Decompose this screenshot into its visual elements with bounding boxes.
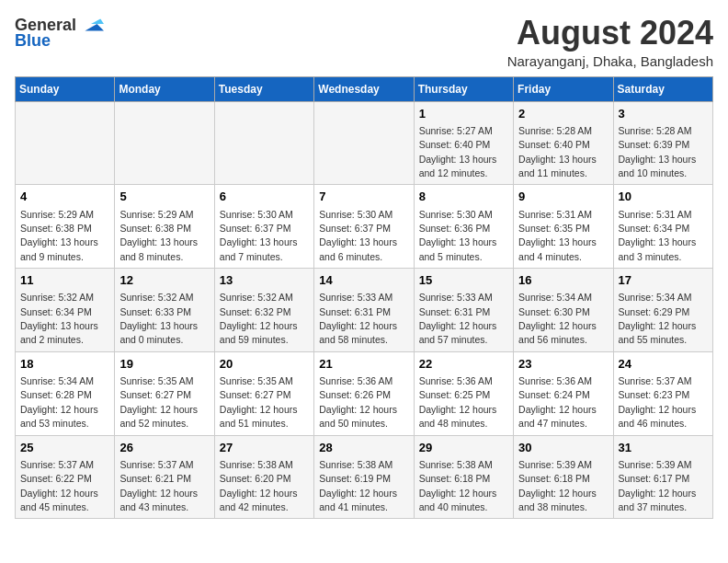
day-info: Sunrise: 5:37 AM Sunset: 6:22 PM Dayligh… bbox=[20, 459, 98, 512]
calendar-cell: 25Sunrise: 5:37 AM Sunset: 6:22 PM Dayli… bbox=[16, 435, 115, 519]
calendar-cell: 5Sunrise: 5:29 AM Sunset: 6:38 PM Daylig… bbox=[115, 185, 214, 269]
svg-marker-0 bbox=[85, 24, 105, 30]
day-info: Sunrise: 5:32 AM Sunset: 6:32 PM Dayligh… bbox=[220, 292, 298, 345]
day-number: 30 bbox=[518, 440, 608, 456]
weekday-header-row: SundayMondayTuesdayWednesdayThursdayFrid… bbox=[16, 76, 713, 101]
calendar-week-row: 25Sunrise: 5:37 AM Sunset: 6:22 PM Dayli… bbox=[16, 435, 713, 519]
day-number: 2 bbox=[518, 106, 608, 122]
calendar-cell: 8Sunrise: 5:30 AM Sunset: 6:36 PM Daylig… bbox=[414, 185, 513, 269]
calendar-cell: 23Sunrise: 5:36 AM Sunset: 6:24 PM Dayli… bbox=[514, 351, 613, 435]
day-number: 6 bbox=[220, 189, 309, 205]
day-number: 14 bbox=[319, 272, 408, 289]
day-info: Sunrise: 5:33 AM Sunset: 6:31 PM Dayligh… bbox=[419, 292, 497, 345]
day-info: Sunrise: 5:30 AM Sunset: 6:36 PM Dayligh… bbox=[419, 209, 497, 262]
calendar-cell bbox=[16, 101, 115, 185]
calendar-cell: 27Sunrise: 5:38 AM Sunset: 6:20 PM Dayli… bbox=[214, 435, 313, 519]
weekday-header-sunday: Sunday bbox=[16, 76, 115, 101]
weekday-header-saturday: Saturday bbox=[613, 76, 712, 101]
day-number: 20 bbox=[220, 356, 309, 373]
calendar-cell: 17Sunrise: 5:34 AM Sunset: 6:29 PM Dayli… bbox=[613, 269, 712, 352]
day-number: 19 bbox=[119, 356, 209, 373]
day-info: Sunrise: 5:36 AM Sunset: 6:25 PM Dayligh… bbox=[419, 375, 497, 429]
day-number: 5 bbox=[119, 189, 209, 205]
calendar-cell: 7Sunrise: 5:30 AM Sunset: 6:37 PM Daylig… bbox=[314, 185, 414, 269]
svg-marker-1 bbox=[91, 18, 104, 24]
day-info: Sunrise: 5:29 AM Sunset: 6:38 PM Dayligh… bbox=[119, 209, 198, 262]
calendar-cell: 15Sunrise: 5:33 AM Sunset: 6:31 PM Dayli… bbox=[414, 269, 513, 352]
weekday-header-friday: Friday bbox=[514, 76, 613, 101]
day-info: Sunrise: 5:39 AM Sunset: 6:17 PM Dayligh… bbox=[619, 459, 697, 512]
weekday-header-tuesday: Tuesday bbox=[214, 76, 313, 101]
day-number: 21 bbox=[319, 356, 408, 373]
day-info: Sunrise: 5:31 AM Sunset: 6:34 PM Dayligh… bbox=[619, 209, 697, 262]
day-number: 22 bbox=[419, 356, 508, 373]
weekday-header-wednesday: Wednesday bbox=[314, 76, 414, 101]
calendar-cell: 31Sunrise: 5:39 AM Sunset: 6:17 PM Dayli… bbox=[613, 435, 712, 519]
day-info: Sunrise: 5:34 AM Sunset: 6:30 PM Dayligh… bbox=[518, 292, 597, 345]
day-info: Sunrise: 5:35 AM Sunset: 6:27 PM Dayligh… bbox=[119, 375, 198, 429]
day-number: 25 bbox=[20, 440, 109, 456]
calendar-cell: 6Sunrise: 5:30 AM Sunset: 6:37 PM Daylig… bbox=[214, 185, 313, 269]
calendar-cell: 28Sunrise: 5:38 AM Sunset: 6:19 PM Dayli… bbox=[314, 435, 414, 519]
calendar-week-row: 4Sunrise: 5:29 AM Sunset: 6:38 PM Daylig… bbox=[16, 185, 713, 269]
day-info: Sunrise: 5:30 AM Sunset: 6:37 PM Dayligh… bbox=[220, 209, 298, 262]
calendar-cell: 20Sunrise: 5:35 AM Sunset: 6:27 PM Dayli… bbox=[214, 351, 313, 435]
calendar-cell: 13Sunrise: 5:32 AM Sunset: 6:32 PM Dayli… bbox=[214, 269, 313, 352]
day-number: 28 bbox=[319, 440, 408, 456]
day-number: 24 bbox=[619, 356, 708, 373]
day-info: Sunrise: 5:37 AM Sunset: 6:21 PM Dayligh… bbox=[119, 459, 198, 512]
calendar-cell: 11Sunrise: 5:32 AM Sunset: 6:34 PM Dayli… bbox=[16, 269, 115, 352]
header: General Blue August 2024 Narayanganj, Dh… bbox=[15, 15, 713, 69]
main-title: August 2024 bbox=[507, 15, 713, 52]
day-info: Sunrise: 5:38 AM Sunset: 6:18 PM Dayligh… bbox=[419, 459, 497, 512]
day-number: 4 bbox=[20, 189, 109, 205]
day-number: 15 bbox=[419, 272, 508, 289]
day-info: Sunrise: 5:36 AM Sunset: 6:26 PM Dayligh… bbox=[319, 375, 397, 429]
weekday-header-thursday: Thursday bbox=[414, 76, 513, 101]
day-info: Sunrise: 5:38 AM Sunset: 6:19 PM Dayligh… bbox=[319, 459, 397, 512]
logo: General Blue bbox=[15, 15, 104, 51]
day-number: 11 bbox=[20, 272, 109, 289]
day-number: 13 bbox=[220, 272, 309, 289]
calendar-cell: 9Sunrise: 5:31 AM Sunset: 6:35 PM Daylig… bbox=[514, 185, 613, 269]
day-number: 17 bbox=[619, 272, 708, 289]
day-info: Sunrise: 5:37 AM Sunset: 6:23 PM Dayligh… bbox=[619, 375, 697, 429]
calendar-cell: 21Sunrise: 5:36 AM Sunset: 6:26 PM Dayli… bbox=[314, 351, 414, 435]
day-info: Sunrise: 5:32 AM Sunset: 6:33 PM Dayligh… bbox=[119, 292, 198, 345]
logo-icon bbox=[78, 15, 104, 35]
day-number: 16 bbox=[518, 272, 608, 289]
calendar-cell: 14Sunrise: 5:33 AM Sunset: 6:31 PM Dayli… bbox=[314, 269, 414, 352]
calendar-cell bbox=[115, 101, 214, 185]
day-number: 8 bbox=[419, 189, 508, 205]
calendar-week-row: 18Sunrise: 5:34 AM Sunset: 6:28 PM Dayli… bbox=[16, 351, 713, 435]
logo-blue: Blue bbox=[15, 31, 51, 51]
calendar-cell: 10Sunrise: 5:31 AM Sunset: 6:34 PM Dayli… bbox=[613, 185, 712, 269]
day-number: 23 bbox=[518, 356, 608, 373]
day-number: 7 bbox=[319, 189, 408, 205]
calendar-cell: 18Sunrise: 5:34 AM Sunset: 6:28 PM Dayli… bbox=[16, 351, 115, 435]
day-info: Sunrise: 5:29 AM Sunset: 6:38 PM Dayligh… bbox=[20, 209, 98, 262]
day-info: Sunrise: 5:34 AM Sunset: 6:29 PM Dayligh… bbox=[619, 292, 697, 345]
day-info: Sunrise: 5:32 AM Sunset: 6:34 PM Dayligh… bbox=[20, 292, 98, 345]
calendar-cell: 12Sunrise: 5:32 AM Sunset: 6:33 PM Dayli… bbox=[115, 269, 214, 352]
day-info: Sunrise: 5:30 AM Sunset: 6:37 PM Dayligh… bbox=[319, 209, 397, 262]
title-area: August 2024 Narayanganj, Dhaka, Banglade… bbox=[507, 15, 713, 69]
calendar-cell: 16Sunrise: 5:34 AM Sunset: 6:30 PM Dayli… bbox=[514, 269, 613, 352]
day-number: 27 bbox=[220, 440, 309, 456]
day-number: 1 bbox=[419, 106, 508, 122]
day-number: 10 bbox=[619, 189, 708, 205]
calendar-cell: 30Sunrise: 5:39 AM Sunset: 6:18 PM Dayli… bbox=[514, 435, 613, 519]
calendar-cell: 24Sunrise: 5:37 AM Sunset: 6:23 PM Dayli… bbox=[613, 351, 712, 435]
day-info: Sunrise: 5:33 AM Sunset: 6:31 PM Dayligh… bbox=[319, 292, 397, 345]
day-number: 29 bbox=[419, 440, 508, 456]
calendar-cell: 4Sunrise: 5:29 AM Sunset: 6:38 PM Daylig… bbox=[16, 185, 115, 269]
day-info: Sunrise: 5:39 AM Sunset: 6:18 PM Dayligh… bbox=[518, 459, 597, 512]
day-number: 31 bbox=[619, 440, 708, 456]
day-number: 3 bbox=[619, 106, 708, 122]
calendar-cell: 26Sunrise: 5:37 AM Sunset: 6:21 PM Dayli… bbox=[115, 435, 214, 519]
day-info: Sunrise: 5:27 AM Sunset: 6:40 PM Dayligh… bbox=[419, 125, 497, 178]
subtitle: Narayanganj, Dhaka, Bangladesh bbox=[507, 53, 713, 69]
day-info: Sunrise: 5:31 AM Sunset: 6:35 PM Dayligh… bbox=[518, 209, 597, 262]
calendar-week-row: 11Sunrise: 5:32 AM Sunset: 6:34 PM Dayli… bbox=[16, 269, 713, 352]
day-info: Sunrise: 5:35 AM Sunset: 6:27 PM Dayligh… bbox=[220, 375, 298, 429]
